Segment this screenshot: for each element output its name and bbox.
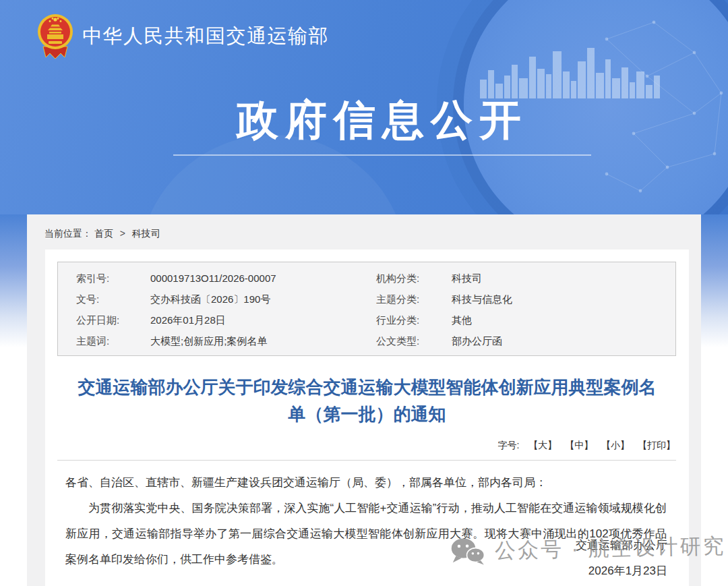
title-underline <box>173 154 591 156</box>
document-title-line1: 交通运输部办公厅关于印发综合交通运输大模型智能体创新应用典型案例名 <box>59 374 675 401</box>
meta-label: 机构分类: <box>376 268 452 289</box>
signature-block: 交通运输部办公厅 2026年1月23日 <box>576 533 667 584</box>
constellation-graphic <box>593 12 728 208</box>
meta-value: 大模型;创新应用;案例名单 <box>150 330 376 351</box>
ministry-name: 中华人民共和国交通运输部 <box>82 23 329 50</box>
meta-value: 部办公厅函 <box>452 330 675 351</box>
breadcrumb-separator: > <box>120 228 125 239</box>
meta-label: 文号: <box>76 289 150 310</box>
table-row: 公开日期: 2026年01月28日 行业分类: 其他 <box>58 310 675 330</box>
print-button[interactable]: 【打印】 <box>638 440 675 450</box>
meta-label: 行业分类: <box>376 310 452 330</box>
document-title: 交通运输部办公厅关于印发综合交通运输大模型智能体创新应用典型案例名 单（第一批）… <box>59 374 675 428</box>
font-small-button[interactable]: 【小】 <box>601 440 630 450</box>
breadcrumb-home-link[interactable]: 首页 <box>94 228 113 239</box>
meta-value: 科技与信息化 <box>452 289 675 310</box>
content-card: 当前位置： 首页 > 科技司 索引号: 000019713O11/2026-00… <box>27 214 701 586</box>
meta-value: 2026年01月28日 <box>150 310 376 330</box>
meta-label: 公开日期: <box>76 310 150 330</box>
banner: 中华人民共和国交通运输部 政府信息公开 <box>0 0 728 214</box>
font-large-button[interactable]: 【大】 <box>528 440 557 450</box>
meta-label: 主题分类: <box>376 289 452 310</box>
sign-date: 2026年1月23日 <box>576 558 667 584</box>
salutation: 各省、自治区、直辖市、新疆生产建设兵团交通运输厅（局、委），部属各单位，部内各司… <box>65 470 667 496</box>
table-row: 索引号: 000019713O11/2026-00007 机构分类: 科技司 <box>58 268 675 289</box>
breadcrumb: 当前位置： 首页 > 科技司 <box>44 228 160 240</box>
table-row: 主题词: 大模型;创新应用;案例名单 公文类型: 部办公厅函 <box>58 330 675 351</box>
meta-value: 000019713O11/2026-00007 <box>150 268 376 289</box>
breadcrumb-label: 当前位置： <box>44 228 92 239</box>
font-medium-button[interactable]: 【中】 <box>565 440 593 450</box>
document-panel: 索引号: 000019713O11/2026-00007 机构分类: 科技司 文… <box>45 250 689 586</box>
meta-label: 公文类型: <box>376 330 452 351</box>
font-size-label: 字号: <box>498 440 520 450</box>
document-title-line2: 单（第一批）的通知 <box>59 401 675 428</box>
signer: 交通运输部办公厅 <box>576 533 667 558</box>
page-title: 政府信息公开 <box>155 92 609 148</box>
meta-value: 科技司 <box>452 268 675 289</box>
table-row: 文号: 交办科技函〔2026〕190号 主题分类: 科技与信息化 <box>58 289 675 310</box>
toolbar-divider <box>57 460 676 461</box>
breadcrumb-current-link[interactable]: 科技司 <box>132 228 160 239</box>
meta-value: 其他 <box>452 310 675 330</box>
meta-label: 主题词: <box>76 330 150 351</box>
meta-label: 索引号: <box>76 268 150 289</box>
font-size-toolbar: 字号: 【大】 【中】 【小】 【打印】 <box>45 440 689 452</box>
meta-value: 交办科技函〔2026〕190号 <box>150 289 376 310</box>
metadata-table: 索引号: 000019713O11/2026-00007 机构分类: 科技司 文… <box>57 262 676 356</box>
national-emblem-icon <box>36 11 74 60</box>
